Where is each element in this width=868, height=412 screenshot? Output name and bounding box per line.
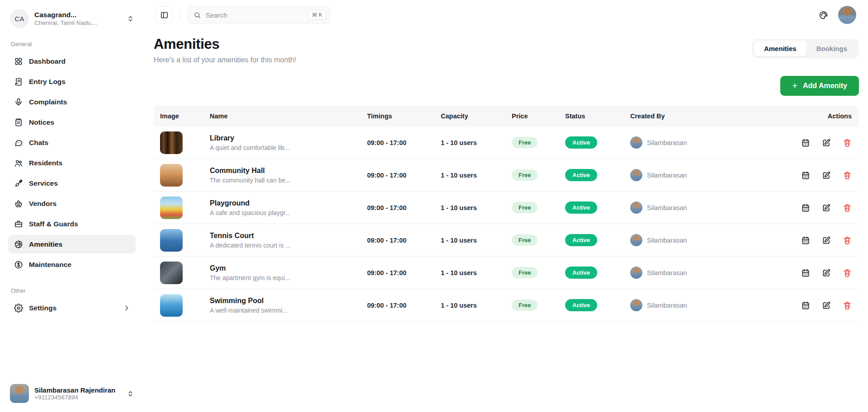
microphone-icon (14, 97, 23, 107)
status-badge: Active (565, 169, 597, 181)
amenity-price-cell: Free (506, 137, 560, 148)
tab-bookings[interactable]: Bookings (807, 41, 857, 56)
workspace-switcher[interactable]: CA Casagrand... Chennai, Tamil Nadu,... (8, 8, 136, 29)
edit-button[interactable] (822, 268, 831, 277)
page-title-block: Amenities Here's a list of your amenitie… (154, 36, 296, 64)
amenity-name: Community Hall (210, 167, 356, 175)
delete-button[interactable] (843, 138, 852, 147)
edit-icon (822, 236, 831, 245)
sidebar-item-settings[interactable]: Settings (8, 299, 136, 317)
creator-name: Silambarasan (647, 302, 687, 309)
topbar: ⌘ K (144, 0, 868, 30)
user-menu[interactable]: Silambarasan Rajendiran +911234567894 (8, 382, 136, 405)
price-badge: Free (512, 169, 538, 181)
schedule-button[interactable] (801, 236, 810, 245)
sidebar-item-label: Amenities (29, 240, 62, 248)
amenity-name-cell: Swimming Pool A well-maintained swimmi..… (204, 297, 362, 314)
plus-icon: + (792, 81, 797, 90)
theme-button[interactable] (819, 10, 828, 20)
amenity-price-cell: Free (506, 267, 560, 278)
amenity-description: A safe and spacious playgr... (210, 209, 356, 216)
tab-amenities[interactable]: Amenities (754, 41, 807, 56)
amenity-created-by-cell: Silambarasan (625, 234, 779, 246)
sidebar-item-staff-guards[interactable]: Staff & Guards (8, 215, 136, 233)
creator-avatar (630, 201, 642, 214)
amenity-name: Gym (210, 264, 356, 272)
amenity-capacity: 1 - 10 users (435, 139, 506, 146)
search-input[interactable] (206, 11, 303, 19)
view-tabs: Amenities Bookings (752, 39, 859, 58)
edit-button[interactable] (822, 236, 831, 245)
edit-button[interactable] (822, 171, 831, 180)
creator-name: Silambarasan (647, 237, 687, 244)
delete-button[interactable] (843, 203, 852, 212)
calendar-icon (801, 268, 810, 277)
column-header-timings: Timings (362, 112, 435, 120)
schedule-button[interactable] (801, 301, 810, 310)
sidebar-item-maintenance[interactable]: Maintenance (8, 255, 136, 274)
column-header-actions: Actions (779, 112, 859, 120)
sidebar-item-chats[interactable]: Chats (8, 133, 136, 152)
amenity-status-cell: Active (560, 136, 625, 149)
sidebar-item-vendors[interactable]: Vendors (8, 194, 136, 213)
delete-icon (843, 268, 852, 277)
topbar-divider (180, 9, 180, 21)
edit-button[interactable] (822, 203, 831, 212)
delete-button[interactable] (843, 268, 852, 277)
sidebar-item-services[interactable]: Services (8, 174, 136, 192)
amenity-thumbnail (160, 164, 183, 187)
sidebar-item-dashboard[interactable]: Dashboard (8, 52, 136, 70)
page-actions: + Add Amenity (154, 76, 859, 96)
app-root: CA Casagrand... Chennai, Tamil Nadu,... … (0, 0, 868, 412)
amenity-timings: 09:00 - 17:00 (362, 237, 435, 244)
amenity-price-cell: Free (506, 234, 560, 246)
chevron-right-icon (123, 304, 130, 312)
edit-button[interactable] (822, 301, 831, 310)
sidebar-item-label: Chats (29, 139, 48, 147)
schedule-button[interactable] (801, 203, 810, 212)
amenity-status-cell: Active (560, 267, 625, 279)
dashboard-icon (14, 56, 23, 66)
delete-icon (843, 138, 852, 147)
delete-button[interactable] (843, 301, 852, 310)
table-row: Swimming Pool A well-maintained swimmi..… (154, 289, 859, 322)
chevron-up-down-icon (127, 15, 134, 22)
edit-icon (822, 203, 831, 212)
delete-button[interactable] (843, 236, 852, 245)
schedule-button[interactable] (801, 171, 810, 180)
amenity-image-cell (154, 262, 204, 284)
sidebar-item-entry-logs[interactable]: Entry Logs (8, 72, 136, 91)
amenity-thumbnail (160, 131, 183, 154)
table-row: Playground A safe and spacious playgr...… (154, 192, 859, 224)
schedule-button[interactable] (801, 138, 810, 147)
keyboard-shortcut-badge: ⌘ K (308, 10, 326, 20)
add-amenity-button[interactable]: + Add Amenity (780, 76, 859, 96)
amenity-timings: 09:00 - 17:00 (362, 172, 435, 179)
user-phone: +911234567894 (34, 394, 122, 401)
amenity-name: Tennis Court (210, 232, 356, 240)
sidebar-item-residents[interactable]: Residents (8, 154, 136, 172)
amenity-actions-cell (779, 236, 859, 245)
amenity-image-cell (154, 229, 204, 252)
amenity-status-cell: Active (560, 234, 625, 246)
sidebar-item-label: Complaints (29, 98, 67, 106)
edit-button[interactable] (822, 138, 831, 147)
sidebar-item-amenities[interactable]: Amenities (8, 235, 136, 253)
sidebar-item-notices[interactable]: Notices (8, 113, 136, 131)
delete-button[interactable] (843, 171, 852, 180)
workspace-location: Chennai, Tamil Nadu,... (34, 19, 122, 26)
table-body: Library A quiet and comfortable lib... 0… (154, 126, 859, 322)
schedule-button[interactable] (801, 268, 810, 277)
column-header-status: Status (560, 112, 625, 120)
sidebar-item-complaints[interactable]: Complaints (8, 93, 136, 111)
calendar-icon (801, 203, 810, 212)
status-badge: Active (565, 201, 597, 214)
sidebar-item-label: Notices (29, 118, 54, 126)
amenity-status-cell: Active (560, 201, 625, 214)
column-header-capacity: Capacity (435, 112, 506, 120)
creator-name: Silambarasan (647, 269, 687, 276)
search-box[interactable]: ⌘ K (188, 6, 330, 23)
amenity-name: Playground (210, 199, 356, 207)
profile-avatar[interactable] (838, 6, 856, 24)
sidebar-toggle-button[interactable] (156, 6, 173, 23)
